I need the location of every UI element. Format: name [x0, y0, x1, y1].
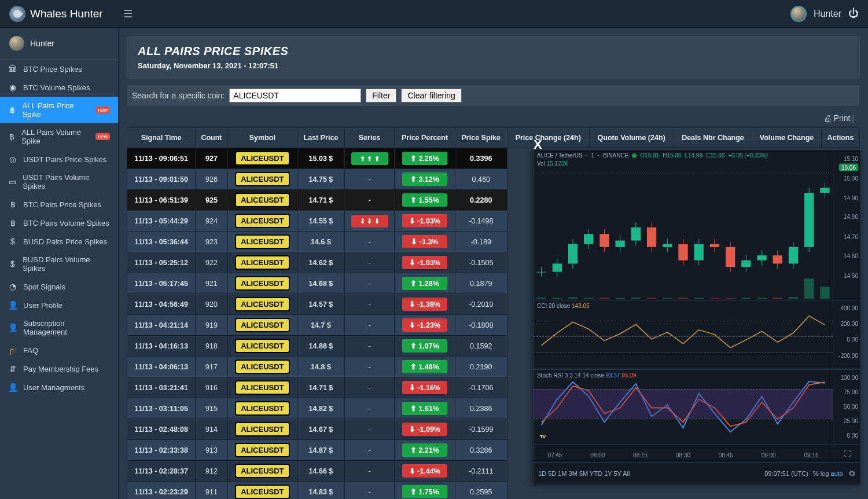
col-header[interactable]: Actions [821, 128, 859, 148]
col-header[interactable]: Series [344, 128, 394, 148]
cell-symbol[interactable]: ALICEUSDT [227, 419, 297, 440]
sidebar-item-4[interactable]: ◎USDT Pairs Price Spikes [0, 150, 118, 168]
logo[interactable]: Whales Hunter [9, 6, 103, 22]
cell-count: 925 [196, 190, 227, 211]
clear-filter-button[interactable]: Clear filtering [401, 89, 461, 102]
timeframe-1M[interactable]: 1M [558, 470, 567, 477]
search-input[interactable] [229, 89, 361, 102]
sidebar-item-13[interactable]: 🎓FAQ [0, 341, 118, 359]
cell-symbol[interactable]: ALICEUSDT [227, 190, 297, 211]
col-header[interactable]: Volume Change [752, 128, 822, 148]
gear-icon[interactable] [848, 469, 856, 478]
sidebar-item-15[interactable]: 👤User Managments [0, 378, 118, 397]
col-header[interactable]: Signal Time [127, 128, 196, 148]
avatar[interactable] [790, 6, 807, 22]
cell-symbol[interactable]: ALICEUSDT [227, 357, 297, 377]
col-header[interactable]: Symbol [227, 128, 297, 148]
sidebar-item-1[interactable]: ◉BTC Volume Spikes [0, 78, 118, 97]
sidebar-item-0[interactable]: 🏛BTC Price Spikes [0, 60, 118, 78]
sidebar-item-14[interactable]: ⇵Pay Membership Fees [0, 359, 118, 378]
cell-symbol[interactable]: ALICEUSDT [227, 398, 297, 419]
menu-toggle-icon[interactable]: ☰ [123, 8, 133, 20]
svg-rect-39 [536, 298, 546, 299]
cell-spike: 0.3286 [455, 440, 507, 461]
col-header[interactable]: Quote Volume (24h) [589, 128, 674, 148]
cell-count: 922 [196, 252, 227, 273]
cell-symbol[interactable]: ALICEUSDT [227, 252, 297, 273]
axis-opt-log[interactable]: log [821, 470, 829, 477]
print-button[interactable]: 🖨 Print [823, 113, 851, 123]
sidebar-item-label: BUSD Pairs Volume Spikes [23, 255, 110, 273]
cell-symbol[interactable]: ALICEUSDT [227, 377, 297, 398]
cell-series: ⬇ ⬇ ⬇ [344, 211, 394, 232]
timeframe-All[interactable]: All [623, 470, 630, 477]
sidebar-item-12[interactable]: 👤Subscription Management [0, 314, 118, 341]
timeframe-1Y[interactable]: 1Y [604, 470, 612, 477]
cell-spike: 0.2280 [455, 190, 507, 211]
cell-symbol[interactable]: ALICEUSDT [227, 461, 297, 482]
col-header[interactable]: Deals Nbr Change [674, 128, 752, 148]
sidebar-item-2[interactable]: ฿ALL Pairs Price Spikenew [0, 97, 118, 123]
sidebar-icon: ฿ [8, 105, 16, 115]
price-chart[interactable]: ALICE / TetherUS · 1 · BINANCE O15.01 H1… [534, 150, 860, 300]
cci-chart[interactable]: CCI 20 close 143.05 400.00200.000.00-200… [534, 300, 860, 370]
sidebar-item-10[interactable]: ◔Spot Signals [0, 277, 118, 296]
cell-symbol[interactable]: ALICEUSDT [227, 232, 297, 252]
power-icon[interactable]: ⏻ [848, 8, 859, 20]
timeframe-6M[interactable]: 6M [579, 470, 588, 477]
sidebar-item-label: User Profile [23, 301, 62, 310]
svg-rect-24 [710, 244, 719, 247]
sidebar-item-11[interactable]: 👤User Profile [0, 296, 118, 314]
timeframe-YTD[interactable]: YTD [590, 470, 602, 477]
filter-button[interactable]: Filter [366, 89, 396, 102]
timeframe-5D[interactable]: 5D [548, 470, 556, 477]
cell-pct: ⬇ -1.3% [395, 232, 455, 252]
cell-symbol[interactable]: ALICEUSDT [227, 336, 297, 357]
col-header[interactable]: Price Spike [455, 128, 507, 148]
axis-opt-%[interactable]: % [813, 470, 819, 477]
cell-symbol[interactable]: ALICEUSDT [227, 440, 297, 461]
sidebar-item-7[interactable]: ฿BTC Pairs Volume Spikes [0, 214, 118, 232]
cell-symbol[interactable]: ALICEUSDT [227, 211, 297, 232]
cell-count: 920 [196, 294, 227, 315]
cell-spike: -0.2111 [455, 461, 507, 482]
col-header[interactable]: Price Percent [395, 128, 455, 148]
sidebar-item-8[interactable]: $BUSD Pairs Price Spikes [0, 232, 118, 251]
cell-series: - [344, 357, 394, 377]
sidebar-item-5[interactable]: ▭USDT Pairs Volume Spikes [0, 168, 118, 195]
search-bar: Search for a specific coin: Filter Clear… [127, 85, 860, 107]
col-header[interactable]: Price Change (24h) [507, 128, 589, 148]
cell-spike: 0.1879 [455, 273, 507, 294]
cell-symbol[interactable]: ALICEUSDT [227, 148, 297, 169]
cell-symbol[interactable]: ALICEUSDT [227, 273, 297, 294]
cell-count: 919 [196, 315, 227, 336]
candlestick-plot[interactable] [534, 150, 833, 300]
axis-opt-auto[interactable]: auto [831, 470, 843, 477]
sidebar-user[interactable]: Hunter [0, 28, 118, 60]
cell-pct: ⬆ 1.55% [395, 190, 455, 211]
cell-symbol[interactable]: ALICEUSDT [227, 482, 297, 500]
top-username[interactable]: Hunter [814, 9, 841, 19]
stoch-label: Stoch RSI 3 3 14 14 close 93.37 95.09 [537, 372, 636, 379]
cell-count: 923 [196, 232, 227, 252]
cell-series: - [344, 232, 394, 252]
tradingview-icon[interactable]: TV [537, 432, 549, 441]
cell-symbol[interactable]: ALICEUSDT [227, 315, 297, 336]
timeframe-1D[interactable]: 1D [538, 470, 546, 477]
timeframe-5Y[interactable]: 5Y [613, 470, 621, 477]
cell-pct: ⬆ 1.61% [395, 398, 455, 419]
cell-series: - [344, 273, 394, 294]
col-header[interactable]: Count [196, 128, 227, 148]
cell-symbol[interactable]: ALICEUSDT [227, 169, 297, 190]
stoch-chart[interactable]: Stoch RSI 3 3 14 14 close 93.37 95.09 TV… [534, 370, 860, 445]
timeframe-3M[interactable]: 3M [569, 470, 578, 477]
sidebar-item-9[interactable]: $BUSD Pairs Volume Spikes [0, 251, 118, 277]
fullscreen-icon[interactable]: ⛶ [833, 445, 860, 462]
cell-count: 918 [196, 336, 227, 357]
topbar: Whales Hunter ☰ Hunter ⏻ [0, 0, 868, 28]
col-header[interactable]: Last Price [297, 128, 345, 148]
sidebar-item-6[interactable]: ฿BTC Pairs Price Spikes [0, 195, 118, 214]
print-row: 🖨 Print| [127, 111, 860, 127]
sidebar-item-3[interactable]: ฿ALL Pairs Volume Spikenew [0, 123, 118, 150]
cell-symbol[interactable]: ALICEUSDT [227, 294, 297, 315]
